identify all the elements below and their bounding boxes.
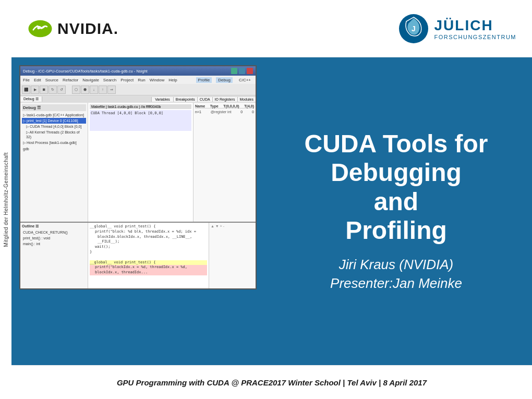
sidebar-vertical-text: Mitglied der Helmholtz-Gemeinschaft: [0, 0, 11, 399]
toolbar-btn-2[interactable]: ▶: [31, 86, 39, 94]
code-8: printf("blockIdx.x = %d, threadIdx.x = %…: [90, 265, 207, 275]
code-1: __global__ void print_test() {: [90, 224, 207, 229]
tab-breakpoints[interactable]: Breakpoints: [174, 97, 198, 102]
tab-modules[interactable]: Modules: [238, 97, 256, 102]
menu-help[interactable]: Help: [168, 78, 177, 82]
debug-panel-title: Debug ☰: [22, 104, 86, 111]
toolbar-btn-3[interactable]: ⏹: [40, 86, 48, 94]
tree-item-gdb[interactable]: gdb: [22, 146, 86, 152]
toolbar-btn-6[interactable]: ⬡: [72, 86, 80, 94]
code-6: [90, 255, 207, 260]
nvidia-icon: [27, 19, 53, 39]
main-content: NVIDIA. J JÜLICH FORSCHUNGSZENTRUM Debug…: [11, 0, 532, 399]
tree-item-all-kernels[interactable]: ▷ All Kernel Threads (2 Blocks of 32): [22, 129, 86, 140]
svg-text:J: J: [412, 25, 416, 33]
menu-edit[interactable]: Edit: [34, 78, 41, 82]
slide-title: CUDA Tools for Debugging and Profiling: [305, 129, 488, 245]
ide-right-panel: ▲ ▼ + -: [209, 223, 256, 289]
tab-variables[interactable]: Variables: [151, 97, 174, 102]
toolbar-debug[interactable]: Debug: [216, 77, 233, 83]
ide-toolbar: ⬛ ▶ ⏹ ↻ ↺ ⬡ ⬢ ↓ ↑ ⇒: [20, 84, 256, 95]
editor-tab-makefile[interactable]: Makefile | task1-cuda-gdb.cu | //a fffff…: [90, 104, 191, 109]
toolbar-btn-7[interactable]: ⬢: [81, 86, 89, 94]
bottom-conference-text: GPU Programming with CUDA @ PRACE2017 Wi…: [117, 378, 427, 387]
menu-file[interactable]: File: [23, 78, 30, 82]
toolbar-btn-5[interactable]: ↺: [57, 86, 66, 94]
tab-registers[interactable]: IO Registers: [213, 97, 238, 102]
code-4: wait();: [90, 245, 207, 250]
tree-item-host[interactable]: ▷ Host Process [task1-cuda-gdb]: [22, 140, 86, 146]
ide-minimize-btn[interactable]: [231, 68, 237, 74]
outline-cuda-check[interactable]: CUDA_CHECK_RETURN(): [22, 229, 86, 235]
menu-run[interactable]: Run: [138, 78, 146, 82]
top-bar: NVIDIA. J JÜLICH FORSCHUNGSZENTRUM: [11, 0, 532, 57]
menu-search[interactable]: Search: [103, 78, 116, 82]
toolbar-cpp[interactable]: C/C++: [237, 77, 253, 83]
vars-header: NameTypeT(0,0,0,0)T(4,0): [195, 104, 254, 108]
ide-close-btn[interactable]: [247, 68, 253, 74]
julich-name: JÜLICH: [434, 17, 517, 34]
code-5: }: [90, 250, 207, 255]
slide-presenters: Jiri Kraus (NVIDIA) Presenter:Jan Meinke: [330, 255, 462, 293]
menu-source[interactable]: Source: [45, 78, 58, 82]
code-line-1: CUDA Thread [4,0,0] Block [0,0,0]: [91, 111, 190, 116]
ide-file-panel: Outline ☰ CUDA_CHECK_RETURN() print_test…: [20, 223, 88, 289]
toolbar-btn-10[interactable]: ⇒: [107, 86, 116, 94]
menu-window[interactable]: Window: [150, 78, 164, 82]
ide-tabs-row: Debug ☰ Variables Breakpoints CUDA IO Re…: [20, 95, 256, 103]
toolbar-btn-1[interactable]: ⬛: [22, 86, 30, 94]
code-3: blockIdx.blockIdx.x, threadIdx.x, __LINE…: [90, 235, 207, 245]
ide-center-panel: Makefile | task1-cuda-gdb.cu | //a fffff…: [88, 103, 193, 222]
tab-cuda[interactable]: CUDA: [198, 97, 213, 102]
toolbar-btn-9[interactable]: ↑: [99, 86, 107, 94]
menu-project[interactable]: Project: [120, 78, 134, 82]
code-7: __global__ void print_test() {: [90, 260, 207, 265]
menu-refactor[interactable]: Refactor: [63, 78, 78, 82]
julich-sub: FORSCHUNGSZENTRUM: [434, 34, 517, 40]
ide-screenshot: Debug - /CC-GPU-Course/CUDATools/tasks/t…: [19, 65, 257, 289]
ide-titlebar-buttons: [231, 68, 253, 74]
file-panel-title: Outline ☰: [22, 224, 86, 228]
tree-item-print-test[interactable]: ▷ print_test [1] Device 0 [C4110B]: [22, 118, 86, 124]
ide-maximize-btn[interactable]: [239, 68, 245, 74]
right-content: CUDA Tools for Debugging and Profiling J…: [262, 57, 530, 365]
blue-area: Debug - /CC-GPU-Course/CUDATools/tasks/t…: [11, 57, 532, 365]
toolbar-btn-4[interactable]: ↻: [49, 86, 57, 94]
ide-code-editor: Outline ☰ CUDA_CHECK_RETURN() print_test…: [20, 223, 256, 289]
julich-text-block: JÜLICH FORSCHUNGSZENTRUM: [434, 17, 517, 40]
ide-title-text: Debug - /CC-GPU-Course/CUDATools/tasks/t…: [23, 69, 148, 74]
ide-body: Debug ☰ ▷ task1-cuda-gdb [C/C++ Applicat…: [20, 103, 256, 223]
toolbar-btn-8[interactable]: ↓: [90, 86, 98, 94]
ide-menubar: File Edit Source Refactor Navigate Searc…: [20, 76, 256, 84]
ide-code-panel: __global__ void print_test() { printf("b…: [88, 223, 209, 289]
ide-variables-panel: NameTypeT(0,0,0,0)T(4,0) n=1@register in…: [193, 103, 256, 222]
nvidia-label: NVIDIA.: [57, 20, 118, 38]
menu-navigate[interactable]: Navigate: [82, 78, 99, 82]
outline-main[interactable]: main() : int: [22, 241, 86, 247]
ide-debug-panel: Debug ☰ ▷ task1-cuda-gdb [C/C++ Applicat…: [20, 103, 88, 222]
tree-item-app[interactable]: ▷ task1-cuda-gdb [C/C++ Application]: [22, 112, 86, 118]
ide-titlebar: Debug - /CC-GPU-Course/CUDATools/tasks/t…: [20, 66, 256, 76]
svg-point-1: [37, 27, 40, 29]
code-2: printf("block: %d blk, threadIdx.x = %d;…: [90, 229, 207, 235]
outline-print-test[interactable]: print_test() : void: [22, 235, 86, 241]
var-row-n: n=1@register int00: [195, 110, 254, 114]
bottom-bar: GPU Programming with CUDA @ PRACE2017 Wi…: [11, 365, 532, 399]
nvidia-logo: NVIDIA.: [27, 19, 118, 39]
tab-debug[interactable]: Debug ☰: [20, 96, 42, 102]
julich-logo: J JÜLICH FORSCHUNGSZENTRUM: [398, 13, 517, 44]
julich-icon: J: [398, 13, 429, 44]
right-panel-content: ▲ ▼ + -: [211, 224, 254, 228]
toolbar-profile[interactable]: Profile: [196, 77, 212, 83]
tree-item-cuda-thread[interactable]: ▷ CUDA Thread [4,0,0] Block [0,0]: [22, 124, 86, 129]
editor-cuda-thread: CUDA Thread [4,0,0] Block [0,0,0]: [90, 110, 191, 131]
